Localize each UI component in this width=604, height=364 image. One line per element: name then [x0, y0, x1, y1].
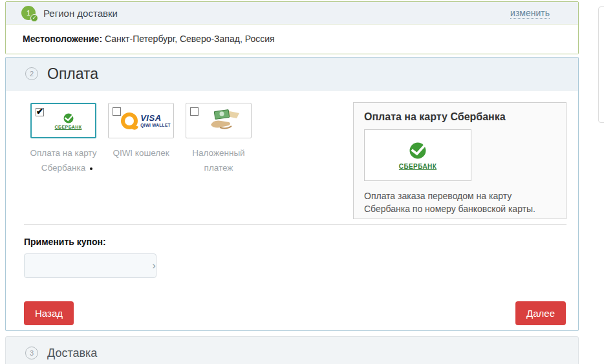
cod-checkbox[interactable]	[190, 107, 199, 116]
region-location-row: Местоположение:Санкт-Петербург, Северо-З…	[6, 25, 578, 54]
sberbank-wordmark: СБЕРБАНК	[55, 125, 82, 129]
region-section-title: Регион доставки	[43, 8, 118, 19]
region-section: 1 ✓ Регион доставки изменить Местоположе…	[5, 1, 579, 54]
sberbank-checkbox[interactable]	[36, 108, 44, 116]
step-2-badge: 2	[25, 67, 38, 80]
sberbank-wordmark-large: СБЕРБАНК	[399, 163, 437, 170]
checkout-page: 1 ✓ Регион доставки изменить Местоположе…	[0, 0, 604, 364]
qiwi-wallet-wordmark: QIWI WALLET	[140, 123, 171, 128]
payment-options-row: СБЕРБАНК Оплата на карту Сбербанка	[30, 103, 263, 176]
payment-section: 2 Оплата СБЕРБАНК	[5, 57, 579, 331]
step-1-complete-badge: 1 ✓	[21, 6, 36, 20]
back-button[interactable]: Назад	[24, 301, 74, 325]
payment-option-cod: Наложенный платеж	[186, 103, 252, 176]
cash-hands-icon	[207, 108, 241, 134]
delivery-section-title: Доставка	[47, 347, 97, 360]
coupon-field: ›	[24, 253, 156, 278]
payment-divider	[24, 224, 566, 225]
cash-on-delivery-icon	[199, 106, 248, 135]
change-region-link[interactable]: изменить	[510, 8, 550, 19]
delivery-section-header: 3 Доставка	[5, 336, 579, 364]
coupon-input[interactable]	[25, 254, 152, 277]
visa-wordmark: VISA	[140, 114, 171, 122]
step-3-badge: 3	[25, 347, 38, 359]
location-value: Санкт-Петербург, Северо-Запад, Россия	[105, 34, 275, 44]
location-label: Местоположение:	[23, 34, 102, 44]
cursor-dot	[90, 167, 92, 170]
payment-option-qiwi: VISA QIWI WALLET QIWI кошелек	[108, 103, 174, 176]
sberbank-emblem-large-icon	[408, 141, 427, 160]
region-section-header: 1 ✓ Регион доставки изменить	[6, 2, 578, 25]
next-button[interactable]: Далее	[515, 301, 566, 325]
sberbank-option-label: Оплата на карту Сбербанка	[21, 146, 106, 176]
sidebar-panel-edge	[598, 6, 604, 123]
payment-section-title: Оплата	[47, 65, 98, 83]
payment-option-qiwi-box[interactable]: VISA QIWI WALLET	[108, 103, 174, 138]
info-panel-description: Оплата заказа переводом на карту Сбербан…	[364, 189, 555, 216]
qiwi-logo-icon: VISA QIWI WALLET	[121, 106, 171, 135]
qiwi-option-label: QIWI кошелек	[98, 146, 184, 161]
cod-option-label: Наложенный платеж	[176, 146, 261, 176]
qiwi-q-icon	[121, 112, 138, 129]
info-panel-title: Оплата на карту Сбербанка	[364, 111, 555, 123]
payment-option-sberbank-box[interactable]: СБЕРБАНК	[30, 103, 96, 138]
sberbank-logo-icon: СБЕРБАНК	[44, 107, 92, 134]
coupon-submit-chevron-icon[interactable]: ›	[152, 259, 156, 272]
step-1-number: 1	[27, 9, 30, 17]
payment-info-panel: Оплата на карту Сбербанка СБЕРБАНК Оплат…	[353, 102, 566, 219]
qiwi-checkbox[interactable]	[113, 107, 121, 116]
payment-option-sberbank: СБЕРБАНК Оплата на карту Сбербанка	[30, 103, 96, 176]
step-complete-check-icon: ✓	[30, 14, 38, 22]
payment-section-header: 2 Оплата	[6, 58, 578, 91]
sberbank-emblem-icon	[63, 112, 74, 124]
payment-option-cod-box[interactable]	[186, 103, 252, 138]
info-panel-logo-box: СБЕРБАНК	[364, 129, 471, 181]
coupon-label: Применить купон:	[24, 237, 106, 247]
